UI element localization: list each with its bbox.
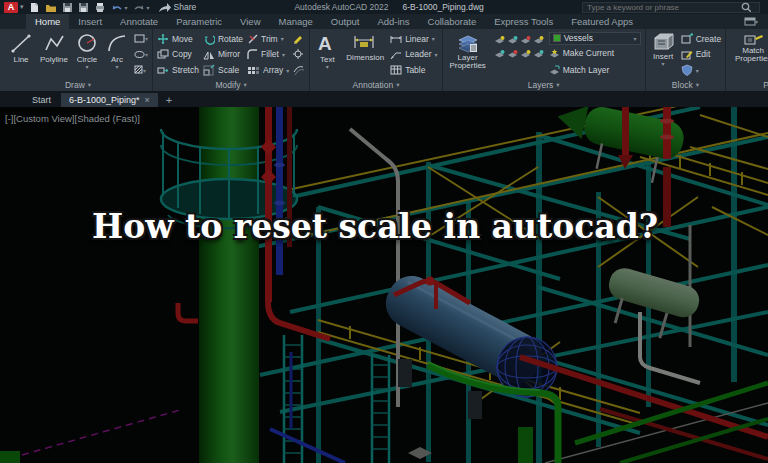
layer-dropdown[interactable]: Vessels ▾ (549, 32, 641, 45)
dimension-tool[interactable]: Dimension (344, 31, 386, 78)
hatch-tool[interactable]: ▾ (134, 63, 148, 77)
ribbon-display-arrow-icon[interactable]: ▾ (755, 18, 758, 25)
layer-thaw-icon[interactable] (507, 49, 518, 59)
layer-properties-tool[interactable]: Layer Properties (447, 31, 489, 78)
layer-off-icon[interactable] (494, 49, 505, 59)
fillet-dropdown-icon[interactable]: ▾ (282, 51, 285, 58)
layer-isolate-icon[interactable] (533, 35, 544, 45)
app-menu-arrow-icon[interactable]: ▾ (20, 3, 24, 11)
layer-on-icon[interactable] (494, 35, 505, 45)
leader-tool[interactable]: Leader ▾ (390, 47, 437, 62)
insert-tool[interactable]: Insert ▾ (650, 31, 677, 78)
linear-label: Linear (405, 34, 429, 44)
tab-add-ins[interactable]: Add-ins (368, 14, 418, 29)
save-as-icon[interactable] (78, 2, 89, 13)
tab-view[interactable]: View (231, 14, 269, 29)
edit-block-tool[interactable]: Edit (681, 47, 722, 62)
linear-tool[interactable]: Linear ▾ (390, 31, 437, 46)
layer-dropdown-arrow-icon[interactable]: ▾ (634, 35, 637, 42)
fillet-tool[interactable]: Fillet ▾ (247, 47, 289, 62)
layer-lock-icon[interactable] (520, 35, 531, 45)
close-tab-icon[interactable]: × (145, 95, 150, 105)
text-dropdown-icon[interactable]: ▾ (326, 65, 329, 69)
block-panel-footer[interactable]: Block ▾ (646, 78, 726, 91)
tab-output[interactable]: Output (322, 14, 369, 29)
undo-dropdown-icon[interactable]: ▾ (125, 4, 128, 11)
circle-dropdown-icon[interactable]: ▾ (86, 65, 89, 69)
hatch-dropdown-icon[interactable]: ▾ (143, 67, 146, 74)
polyline-tool[interactable]: Polyline (38, 31, 70, 78)
layers-panel-footer[interactable]: Layers ▾ (443, 78, 645, 91)
linear-dropdown-icon[interactable]: ▾ (432, 35, 435, 42)
line-tool[interactable]: Line (8, 31, 34, 78)
match-properties-tool[interactable]: Match Properties (730, 31, 768, 78)
block-panel: Insert ▾ Create Edit ▾ (646, 29, 727, 91)
attributes-dropdown-icon[interactable]: ▾ (696, 67, 699, 74)
rotate-tool[interactable]: Rotate (203, 31, 243, 46)
ellipse-dropdown-icon[interactable]: ▾ (145, 51, 148, 58)
trim-dropdown-icon[interactable]: ▾ (281, 35, 284, 42)
open-folder-icon[interactable] (45, 2, 57, 13)
plot-icon[interactable] (94, 2, 106, 13)
share-button[interactable]: Share (158, 2, 197, 12)
block-attributes-tool[interactable]: ▾ (681, 63, 722, 78)
tab-insert[interactable]: Insert (69, 14, 111, 29)
tab-featured-apps[interactable]: Featured Apps (562, 14, 642, 29)
table-tool[interactable]: Table (390, 63, 437, 78)
annotation-panel-footer[interactable]: Annotation ▾ (310, 78, 441, 91)
ellipse-tool[interactable]: ▾ (134, 47, 148, 61)
make-current-tool[interactable]: Make Current (549, 46, 641, 61)
move-tool[interactable]: Move (157, 31, 199, 46)
new-drawing-tab-button[interactable]: + (160, 93, 178, 107)
layer-unisolate-icon[interactable] (533, 49, 544, 59)
save-icon[interactable] (62, 2, 73, 13)
modify-panel-footer[interactable]: Modify ▾ (153, 78, 309, 91)
drawing-viewport[interactable]: [-][Custom View][Shaded (Fast)] How to r… (0, 107, 768, 463)
insert-dropdown-icon[interactable]: ▾ (662, 62, 665, 66)
tab-home[interactable]: Home (26, 14, 69, 29)
help-search[interactable] (582, 2, 760, 13)
rectangle-tool[interactable]: ▾ (134, 32, 148, 46)
file-tab-start[interactable]: Start (24, 93, 59, 107)
array-tool[interactable]: Array ▾ (247, 63, 289, 78)
stretch-tool[interactable]: Stretch (157, 63, 199, 78)
mirror-tool[interactable]: Mirror (203, 47, 243, 62)
dark-overlay (0, 107, 768, 463)
draw-panel-footer[interactable]: Draw ▾ (4, 78, 152, 91)
copy-tool[interactable]: Copy (157, 47, 199, 62)
offset-tool[interactable] (293, 63, 305, 77)
search-input[interactable] (587, 3, 737, 12)
erase-tool[interactable] (293, 32, 305, 46)
undo-icon[interactable] (111, 4, 123, 11)
create-block-tool[interactable]: Create (681, 31, 722, 46)
tab-annotate[interactable]: Annotate (111, 14, 167, 29)
array-dropdown-icon[interactable]: ▾ (286, 67, 289, 74)
new-file-icon[interactable] (29, 2, 40, 13)
leader-dropdown-icon[interactable]: ▾ (435, 51, 438, 58)
tab-manage[interactable]: Manage (270, 14, 322, 29)
circle-tool[interactable]: Circle ▾ (74, 31, 100, 78)
explode-tool[interactable] (293, 47, 305, 61)
trim-tool[interactable]: Trim ▾ (247, 31, 289, 46)
layer-freeze-icon[interactable] (507, 35, 518, 45)
layers-footer-arrow-icon: ▾ (556, 81, 559, 89)
autocad-logo[interactable]: A (4, 2, 18, 13)
properties-panel-footer[interactable]: Properties ▾ (726, 78, 768, 91)
text-tool[interactable]: Text ▾ (314, 31, 340, 78)
search-icon[interactable] (741, 2, 751, 12)
text-label: Text (320, 55, 335, 64)
match-layer-tool[interactable]: Match Layer (549, 62, 641, 77)
rectangle-dropdown-icon[interactable]: ▾ (145, 35, 148, 42)
arc-dropdown-icon[interactable]: ▾ (116, 65, 119, 69)
arc-tool[interactable]: Arc ▾ (104, 31, 130, 78)
scale-tool[interactable]: Scale (203, 63, 243, 78)
file-tab-document[interactable]: 6-B-1000_Piping* × (61, 93, 158, 107)
redo-dropdown-icon[interactable]: ▾ (147, 4, 150, 11)
layer-unlock-icon[interactable] (520, 49, 531, 59)
tab-express-tools[interactable]: Express Tools (485, 14, 562, 29)
tab-collaborate[interactable]: Collaborate (419, 14, 486, 29)
share-label: Share (174, 2, 197, 12)
redo-icon[interactable] (133, 4, 145, 11)
viewport-controls[interactable]: [-][Custom View][Shaded (Fast)] (5, 113, 140, 124)
tab-parametric[interactable]: Parametric (167, 14, 231, 29)
